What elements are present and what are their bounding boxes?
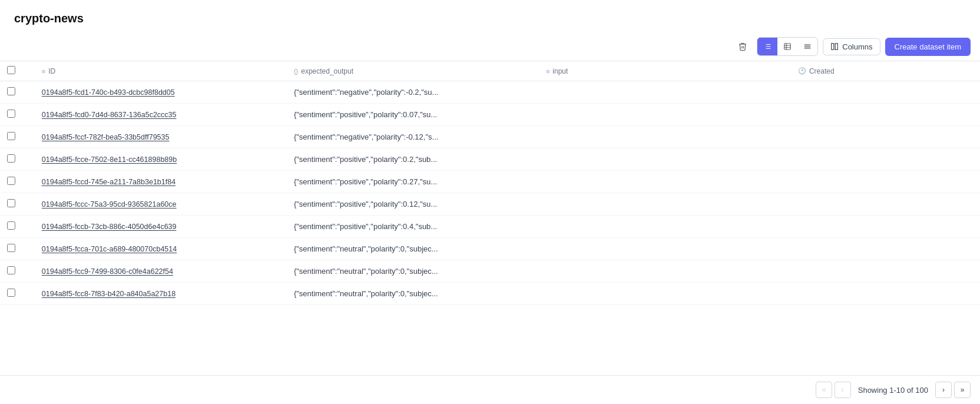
row-checkbox-cell bbox=[0, 216, 35, 238]
row-checkbox-cell bbox=[0, 238, 35, 260]
row-id-link[interactable]: 0194a8f5-fcce-7502-8e11-cc461898b89b bbox=[42, 155, 177, 164]
row-output-cell: {"sentiment":"positive","polarity":0.27,… bbox=[287, 171, 539, 193]
actions-column-header bbox=[948, 61, 980, 81]
created-column-header: 🕐 Created bbox=[791, 61, 949, 81]
row-checkbox[interactable] bbox=[7, 199, 15, 207]
input-column-header: ≡ input bbox=[539, 61, 791, 81]
table-row: 0194a8f5-fcca-701c-a689-480070cb4514 {"s… bbox=[0, 238, 980, 260]
row-output-cell: {"sentiment":"positive","polarity":0.07,… bbox=[287, 104, 539, 126]
id-column-header: ≡ ID bbox=[35, 61, 287, 81]
table-row: 0194a8f5-fcc9-7499-8306-c0fe4a622f54 {"s… bbox=[0, 260, 980, 283]
row-checkbox[interactable] bbox=[7, 110, 15, 118]
row-input-cell: Vector Finance (VTX) TVL hit...</td> <td… bbox=[539, 104, 791, 126]
next-page-button[interactable]: › bbox=[935, 382, 952, 398]
svg-rect-6 bbox=[784, 44, 791, 50]
id-filter-icon: ≡ bbox=[42, 68, 45, 75]
next-page-icon: › bbox=[942, 386, 945, 394]
row-input-cell: CCP Games secures $40M fu...</td> <td cl… bbox=[539, 81, 791, 104]
row-id-link[interactable]: 0194a8f5-fccb-73cb-886c-4050d6e4c639 bbox=[42, 223, 177, 231]
table-row: 0194a8f5-fcd1-740c-b493-dcbc98f8dd05 {"s… bbox=[0, 81, 980, 104]
row-checkbox[interactable] bbox=[7, 266, 15, 274]
row-checkbox-cell bbox=[0, 148, 35, 171]
prev-page-button[interactable]: ‹ bbox=[835, 382, 851, 398]
row-id-link[interactable]: 0194a8f5-fccf-782f-bea5-33b5dff79535 bbox=[42, 133, 170, 141]
delete-button[interactable] bbox=[733, 37, 752, 56]
row-input-cell: Best Crypto to Buy Now 5 Ju...</td> <td … bbox=[539, 171, 791, 193]
table-row: 0194a8f5-fccd-745e-a211-7a8b3e1b1f84 {"s… bbox=[0, 171, 980, 193]
row-input-cell: Bitcoin whales fuel BTC price...</td> <t… bbox=[539, 193, 791, 216]
prev-page-icon: ‹ bbox=[842, 386, 844, 394]
table-row: 0194a8f5-fccf-782f-bea5-33b5dff79535 {"s… bbox=[0, 126, 980, 148]
row-output-cell: {"sentiment":"neutral","polarity":0,"sub… bbox=[287, 260, 539, 283]
select-all-checkbox[interactable] bbox=[7, 66, 15, 74]
row-id-link[interactable]: 0194a8f5-fcca-701c-a689-480070cb4514 bbox=[42, 245, 177, 253]
row-checkbox-cell bbox=[0, 193, 35, 216]
view-toggle-group bbox=[757, 37, 818, 56]
row-checkbox[interactable] bbox=[7, 289, 15, 297]
row-output-cell: {"sentiment":"neutral","polarity":0,"sub… bbox=[287, 283, 539, 305]
row-output-cell: {"sentiment":"positive","polarity":0.12,… bbox=[287, 193, 539, 216]
row-id-cell: 0194a8f5-fccc-75a3-95cd-9365821a60ce bbox=[35, 193, 287, 216]
row-id-link[interactable]: 0194a8f5-fcc9-7499-8306-c0fe4a622f54 bbox=[42, 267, 173, 276]
row-id-link[interactable]: 0194a8f5-fccc-75a3-95cd-9365821a60ce bbox=[42, 200, 177, 208]
view-compact-button[interactable] bbox=[797, 38, 817, 55]
row-id-cell: 0194a8f5-fcc8-7f83-b420-a840a5a27b18 bbox=[35, 283, 287, 305]
first-page-button[interactable]: « bbox=[816, 382, 832, 398]
create-dataset-item-button[interactable]: Create dataset item bbox=[885, 38, 971, 56]
row-id-cell: 0194a8f5-fcd0-7d4d-8637-136a5c2ccc35 bbox=[35, 104, 287, 126]
table-row: 0194a8f5-fccb-73cb-886c-4050d6e4c639 {"s… bbox=[0, 216, 980, 238]
table-row: 0194a8f5-fcce-7502-8e11-cc461898b89b {"s… bbox=[0, 148, 980, 171]
page-title: crypto-news bbox=[14, 12, 966, 25]
row-output-cell: {"sentiment":"negative","polarity":-0.12… bbox=[287, 126, 539, 148]
row-id-cell: 0194a8f5-fccd-745e-a211-7a8b3e1b1f84 bbox=[35, 171, 287, 193]
select-all-header bbox=[0, 61, 35, 81]
row-checkbox[interactable] bbox=[7, 87, 15, 95]
row-id-link[interactable]: 0194a8f5-fccd-745e-a211-7a8b3e1b1f84 bbox=[42, 178, 176, 186]
row-id-link[interactable]: 0194a8f5-fcd0-7d4d-8637-136a5c2ccc35 bbox=[42, 111, 177, 119]
row-checkbox[interactable] bbox=[7, 154, 15, 163]
output-braces-icon: {} bbox=[294, 68, 298, 75]
clock-icon: 🕐 bbox=[798, 67, 806, 75]
row-id-cell: 0194a8f5-fccb-73cb-886c-4050d6e4c639 bbox=[35, 216, 287, 238]
svg-rect-14 bbox=[832, 44, 834, 50]
row-checkbox-cell bbox=[0, 171, 35, 193]
row-input-cell: LSE Group Plans to Launch Tr...</td> <td… bbox=[539, 238, 791, 260]
row-id-cell: 0194a8f5-fcd1-740c-b493-dcbc98f8dd05 bbox=[35, 81, 287, 104]
columns-button[interactable]: Columns bbox=[823, 38, 880, 55]
row-id-cell: 0194a8f5-fccf-782f-bea5-33b5dff79535 bbox=[35, 126, 287, 148]
row-id-cell: 0194a8f5-fcce-7502-8e11-cc461898b89b bbox=[35, 148, 287, 171]
row-id-link[interactable]: 0194a8f5-fcc8-7f83-b420-a840a5a27b18 bbox=[42, 290, 176, 298]
pagination: « ‹ Showing 1-10 of 100 › » bbox=[0, 375, 980, 404]
row-input-cell: Indian Crypto Association Se...</td> <td… bbox=[539, 216, 791, 238]
row-checkbox-cell bbox=[0, 283, 35, 305]
row-checkbox[interactable] bbox=[7, 132, 15, 140]
row-input-cell: Biggest Crypto Gainers Toda...</td> <td … bbox=[539, 148, 791, 171]
row-id-cell: 0194a8f5-fcc9-7499-8306-c0fe4a622f54 bbox=[35, 260, 287, 283]
pagination-info: Showing 1-10 of 100 bbox=[858, 386, 928, 395]
row-output-cell: {"sentiment":"positive","polarity":0.2,"… bbox=[287, 148, 539, 171]
row-input-cell: 32% of home offices invest i...</td> <td… bbox=[539, 283, 791, 305]
row-output-cell: {"sentiment":"neutral","polarity":0,"sub… bbox=[287, 238, 539, 260]
view-list-button[interactable] bbox=[757, 38, 777, 55]
table-row: 0194a8f5-fccc-75a3-95cd-9365821a60ce {"s… bbox=[0, 193, 980, 216]
row-checkbox-cell bbox=[0, 126, 35, 148]
row-checkbox-cell bbox=[0, 104, 35, 126]
row-input-cell: End-of-Week Ethereum: Merg...</td> <td c… bbox=[539, 126, 791, 148]
row-output-cell: {"sentiment":"positive","polarity":0.4,"… bbox=[287, 216, 539, 238]
row-id-link[interactable]: 0194a8f5-fcd1-740c-b493-dcbc98f8dd05 bbox=[42, 88, 175, 97]
row-checkbox[interactable] bbox=[7, 177, 15, 185]
last-page-icon: » bbox=[961, 386, 965, 394]
table-row: 0194a8f5-fcd0-7d4d-8637-136a5c2ccc35 {"s… bbox=[0, 104, 980, 126]
svg-rect-15 bbox=[835, 44, 837, 50]
input-filter-icon: ≡ bbox=[546, 68, 549, 75]
row-output-cell: {"sentiment":"negative","polarity":-0.2,… bbox=[287, 81, 539, 104]
data-table: ≡ ID {} expected_output ≡ input bbox=[0, 61, 980, 375]
row-id-cell: 0194a8f5-fcca-701c-a689-480070cb4514 bbox=[35, 238, 287, 260]
row-checkbox[interactable] bbox=[7, 244, 15, 252]
first-page-icon: « bbox=[822, 386, 826, 394]
row-input-cell: US lawmaker blames 'billionai...</td> <t… bbox=[539, 260, 791, 283]
last-page-button[interactable]: » bbox=[954, 382, 971, 398]
row-checkbox[interactable] bbox=[7, 221, 15, 230]
view-table-button[interactable] bbox=[777, 38, 797, 55]
row-checkbox-cell bbox=[0, 260, 35, 283]
